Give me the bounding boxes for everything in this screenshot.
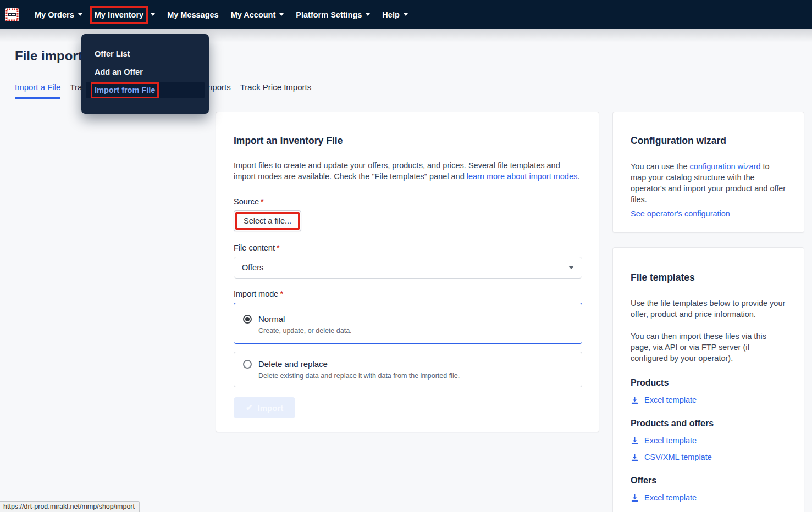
menu-item-add-an-offer[interactable]: Add an Offer: [81, 64, 209, 80]
nav-item-platform-settings[interactable]: Platform Settings: [290, 0, 376, 29]
see-operators-configuration-link[interactable]: See operator's configuration: [631, 209, 730, 218]
chevron-down-icon: [78, 13, 82, 16]
tab-import-a-file[interactable]: Import a File: [15, 80, 60, 99]
download-offers-excel-template[interactable]: Excel template: [631, 493, 786, 502]
chevron-down-icon: [366, 13, 370, 16]
mode-description: Create, update, or delete data.: [258, 327, 573, 335]
template-link: Excel template: [644, 436, 697, 445]
select-file-label: Select a file...: [244, 216, 291, 225]
file-content-label: File content*: [234, 243, 581, 252]
check-icon: ✔: [246, 403, 253, 413]
radio-normal[interactable]: [243, 315, 252, 324]
import-mode-label: Import mode*: [234, 290, 581, 298]
import-intro-text: Import files to create and update your o…: [234, 160, 581, 182]
menu-item-import-from-file[interactable]: Import from File: [86, 82, 205, 98]
menu-item-offer-list[interactable]: Offer List: [81, 46, 209, 62]
download-icon: [631, 494, 639, 502]
nav-item-my-inventory[interactable]: My Inventory: [89, 0, 161, 29]
chevron-down-icon: [279, 13, 284, 16]
configuration-wizard-text: You can use the configuration wizard to …: [631, 161, 786, 205]
configuration-wizard-card: Configuration wizard You can use the con…: [612, 112, 804, 233]
page-title: File import: [15, 48, 82, 64]
section-heading-products-and-offers: Products and offers: [631, 419, 786, 428]
app-logo-icon[interactable]: [5, 8, 19, 21]
status-url: https://drt-prod.mirakl.net/mmp/shop/imp…: [3, 503, 135, 510]
card-title: File templates: [631, 272, 786, 283]
section-heading-offers: Offers: [631, 476, 786, 486]
mode-description: Delete existing data and replace it with…: [258, 372, 573, 380]
import-inventory-card: Import an Inventory File Import files to…: [216, 112, 599, 432]
import-button[interactable]: ✔ Import: [234, 397, 295, 418]
download-products-excel-template[interactable]: Excel template: [631, 396, 786, 404]
nav-item-my-messages[interactable]: My Messages: [161, 0, 225, 29]
nav-label: Help: [382, 10, 399, 19]
import-button-label: Import: [258, 403, 284, 413]
chevron-down-icon: [151, 13, 155, 16]
section-heading-products: Products: [631, 378, 786, 388]
nav-item-my-orders[interactable]: My Orders: [29, 0, 89, 29]
template-link: CSV/XML template: [644, 453, 712, 461]
import-mode-option-delete-replace[interactable]: Delete and replace Delete existing data …: [234, 352, 582, 387]
template-link: Excel template: [644, 396, 697, 404]
nav-label: My Messages: [167, 10, 219, 19]
chevron-down-icon: [404, 13, 408, 16]
my-inventory-dropdown-menu: Offer List Add an Offer Import from File: [81, 34, 209, 114]
card-title: Import an Inventory File: [234, 135, 581, 147]
required-asterisk: *: [277, 243, 280, 252]
source-label: Source*: [234, 197, 581, 206]
file-content-value: Offers: [242, 263, 263, 272]
file-templates-card: File templates Use the file templates be…: [612, 247, 804, 512]
nav-label: Platform Settings: [296, 10, 362, 19]
chevron-down-icon: [568, 266, 574, 269]
card-title: Configuration wizard: [631, 135, 786, 147]
mode-name: Normal: [258, 314, 285, 324]
configuration-wizard-link[interactable]: configuration wizard: [690, 162, 761, 171]
import-mode-option-normal[interactable]: Normal Create, update, or delete data.: [234, 303, 582, 344]
nav-item-help[interactable]: Help: [376, 0, 413, 29]
nav-label-annotated: My Inventory: [95, 10, 143, 19]
required-asterisk: *: [280, 290, 283, 298]
menu-label-annotated: Import from File: [95, 86, 155, 94]
nav-label: My Account: [231, 10, 276, 19]
learn-more-import-modes-link[interactable]: learn more about import modes: [467, 172, 578, 181]
download-icon: [631, 396, 639, 404]
file-content-select[interactable]: Offers: [234, 257, 582, 279]
file-templates-intro-2: You can then import these files via this…: [631, 331, 786, 364]
intro-text-end: .: [577, 172, 579, 181]
wizard-text: You can use the: [631, 162, 690, 171]
nav-item-my-account[interactable]: My Account: [225, 0, 290, 29]
download-products-offers-excel-template[interactable]: Excel template: [631, 436, 786, 445]
template-link: Excel template: [644, 493, 697, 502]
download-products-offers-csv-xml-template[interactable]: CSV/XML template: [631, 453, 786, 461]
download-icon: [631, 453, 639, 461]
top-navbar: My Orders My Inventory My Messages My Ac…: [0, 0, 812, 29]
file-templates-intro-1: Use the file templates below to provide …: [631, 298, 786, 320]
mode-name: Delete and replace: [258, 359, 328, 369]
browser-status-bar: https://drt-prod.mirakl.net/mmp/shop/imp…: [0, 501, 140, 512]
nav-label: My Orders: [35, 10, 74, 19]
tab-track-price-imports[interactable]: Track Price Imports: [240, 80, 311, 99]
radio-delete-replace[interactable]: [243, 360, 252, 369]
file-import-page: My Orders My Inventory My Messages My Ac…: [0, 0, 812, 512]
required-asterisk: *: [261, 197, 264, 206]
select-file-button[interactable]: Select a file...: [234, 210, 301, 231]
download-icon: [631, 437, 639, 445]
